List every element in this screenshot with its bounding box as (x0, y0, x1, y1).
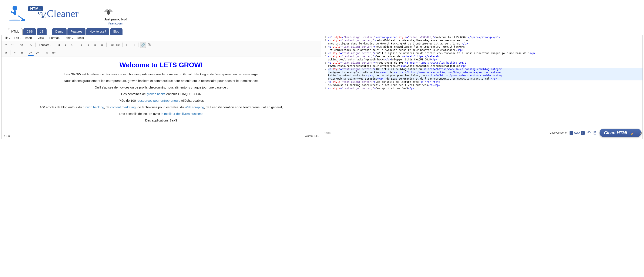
source-pane: 12 3 45 6 7 8 9 <h1 style="text-align: c… (323, 35, 643, 139)
menu-edit[interactable]: Edit (14, 36, 21, 40)
table-icon[interactable]: ▦ (50, 50, 56, 56)
editor-toolbar-row1: ↶ ↷ <> Tx Formats B I U ≡ ≡ ≡ ≡ ⋮≡ 1≡ ⇤ … (2, 41, 321, 49)
line-gutter: 12 3 45 6 7 8 9 (324, 36, 328, 127)
tab-html[interactable]: HTML (8, 28, 22, 35)
main-tabs: HTML CSS JS Demo Features How to use? Bl… (0, 25, 644, 35)
tab-blog[interactable]: Blog (110, 28, 122, 35)
clear-format-icon[interactable]: Tx (28, 42, 34, 48)
indent-icon[interactable]: ⇥ (131, 42, 137, 48)
tab-howto[interactable]: How to use? (86, 28, 109, 35)
content-p8[interactable]: Des applications SaaS (4, 118, 318, 122)
link-content-marketing[interactable]: content marketing (110, 105, 136, 109)
bullet-list-icon[interactable]: ⋮≡ (108, 42, 114, 48)
undo-icon[interactable]: ↶ (3, 42, 9, 48)
menu-tools[interactable]: Tools (77, 36, 85, 40)
menu-table[interactable]: Table (64, 36, 73, 40)
font-larger-button[interactable]: + (581, 131, 585, 135)
fly-icon (104, 8, 113, 16)
bg-color-icon[interactable]: A (35, 50, 40, 56)
wysiwyg-pane: File Edit Insert View Format Table Tools… (1, 35, 321, 139)
menu-format[interactable]: Format (49, 36, 60, 40)
code-row[interactable]: <p style="text-align: center;">100 artic… (328, 68, 642, 71)
link-icon[interactable]: 🔗 (140, 42, 146, 48)
code-row[interactable]: et commerciaux pour obtenir tout le n&ea… (328, 48, 642, 52)
emoji-icon[interactable]: ☺ (44, 50, 50, 56)
redo-icon[interactable]: ↷ (10, 42, 16, 48)
code-row[interactable]: ies/growth-hacking">growth hacking</a>, … (328, 71, 642, 74)
code-row[interactable]: <p style="text-align: center;">Lets GROW… (328, 39, 642, 42)
code-row[interactable]: <p style="text-align: center;">Qu'il s'a… (328, 52, 642, 55)
tab-demo[interactable]: Demo (52, 28, 66, 35)
svg-point-0 (12, 6, 17, 10)
source-code-icon[interactable]: <> (19, 42, 25, 48)
undo-source-icon[interactable]: ↶ (587, 130, 590, 136)
code-row[interactable]: rowth-ressources">ressources pour entrep… (328, 64, 642, 68)
link-web-scraping[interactable]: Web scraping (184, 105, 204, 109)
link-growth-hacking[interactable]: growth hacking (83, 105, 104, 109)
menu-view[interactable]: View (38, 36, 46, 40)
italic-icon[interactable]: I (62, 42, 68, 48)
code-row[interactable]: s://www.sales-hacking.com/livres">le mei… (328, 84, 642, 87)
logo-css-label: CSS (38, 11, 46, 15)
font-smaller-button[interactable]: − (570, 131, 574, 135)
word-count: Words: 111 (305, 134, 319, 138)
code-row[interactable]: keting">content marketing</a>, de techni… (328, 74, 642, 77)
tab-js[interactable]: JS (37, 28, 46, 35)
element-path[interactable]: p » a (4, 134, 10, 138)
link-livres[interactable]: le meilleur des livres business (161, 112, 203, 116)
align-center-icon[interactable]: ≡ (85, 42, 91, 48)
editor-menubar: File Edit Insert View Format Table Tools (2, 35, 321, 41)
editor-canvas[interactable]: Welcome to LETS GROW! Lets GROW est la r… (2, 57, 321, 133)
resize-handle-icon[interactable]: ◢ (640, 131, 642, 134)
align-justify-icon[interactable]: ≡ (99, 42, 105, 48)
link-ressources[interactable]: ressources pour entrepreneurs (137, 99, 180, 102)
align-left-icon[interactable]: ≡ (78, 42, 84, 48)
outdent-icon[interactable]: ⇤ (124, 42, 130, 48)
editor-toolbar-row2: 🖶 👁 ▦ A A ☺ ▦ (2, 49, 321, 57)
preview-icon[interactable]: 👁 (12, 50, 18, 56)
code-row[interactable]: acking.com/growth-hacks">growth hacks</a… (328, 58, 642, 61)
broom-icon: 🧹 (630, 131, 635, 135)
content-p2[interactable]: Nous aidons gratuitement les entrepreneu… (4, 78, 318, 83)
numbered-list-icon[interactable]: 1≡ (115, 42, 121, 48)
code-row[interactable]: ories/web-scraping">Web scraping</a>, de… (328, 77, 642, 80)
tab-features[interactable]: Features (68, 28, 86, 35)
content-p7[interactable]: Des conseils de lecture avec le meilleur… (4, 112, 318, 116)
media-icon[interactable]: ▦ (19, 50, 25, 56)
code-row[interactable]: <p style="text-align: center;">Des centa… (328, 55, 642, 58)
code-row[interactable]: <p style="text-align: center;">Nous aido… (328, 45, 642, 48)
tab-css[interactable]: CSS (24, 28, 36, 35)
code-row[interactable]: nnes pratiques dans le domaine du Growth… (328, 42, 642, 45)
case-converter-link[interactable]: Case Converter (550, 132, 568, 134)
ad-banner[interactable]: Just pranx, bro!Pranx.com (104, 8, 127, 25)
source-editor[interactable]: 12 3 45 6 7 8 9 <h1 style="text-align: c… (323, 35, 642, 128)
menu-file[interactable]: File (4, 36, 10, 40)
menu-insert[interactable]: Insert (24, 36, 34, 40)
image-icon[interactable]: 🖼 (147, 42, 153, 48)
print-icon[interactable]: 🖶 (3, 50, 9, 56)
code-row[interactable]: <h1 style="text-align: center;"><strong>… (328, 36, 642, 39)
align-right-icon[interactable]: ≡ (92, 42, 98, 48)
logo-html-label: HTML (30, 6, 41, 11)
content-p3[interactable]: Qu'il s'agisse de novices ou de profils … (4, 85, 318, 90)
svg-point-4 (9, 20, 20, 21)
clean-html-button[interactable]: Clean HTML🧹 (600, 129, 641, 137)
ad-line1: Just pranx, bro! (104, 18, 127, 21)
text-color-icon[interactable]: A (28, 50, 34, 56)
new-doc-icon[interactable]: 🗎 (593, 130, 598, 136)
code-row[interactable]: <p style="text-align: center;">Pr&egrave… (328, 61, 642, 64)
content-p4[interactable]: Des centaines de growth hacks enrichis C… (4, 92, 318, 96)
link-growth-hacks[interactable]: growth hacks (146, 92, 165, 96)
content-p1[interactable]: Lets GROW est la référence des ressource… (4, 72, 318, 76)
content-p6[interactable]: 100 articles de blog autour du growth ha… (4, 105, 318, 109)
underline-icon[interactable]: U (69, 42, 75, 48)
code-row[interactable]: <p style="text-align: center;">Des appli… (328, 87, 642, 90)
formats-dropdown[interactable]: Formats (37, 42, 52, 48)
app-logo: HTML CSS JS Cleaner (8, 5, 79, 22)
font-size-label: AAA (574, 131, 580, 134)
bold-icon[interactable]: B (56, 42, 62, 48)
content-h1[interactable]: Welcome to LETS GROW! (3, 61, 319, 69)
svg-point-9 (108, 10, 109, 12)
code-row[interactable]: <p style="text-align: center;">Des conse… (328, 80, 642, 84)
content-p5[interactable]: Près de 100 ressources pour entrepreneur… (4, 98, 318, 103)
